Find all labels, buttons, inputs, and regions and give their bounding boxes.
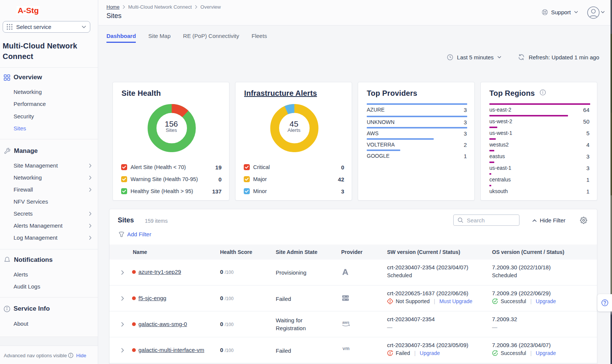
svg-text:aws: aws <box>342 320 349 325</box>
svg-text:vm: vm <box>343 346 350 351</box>
